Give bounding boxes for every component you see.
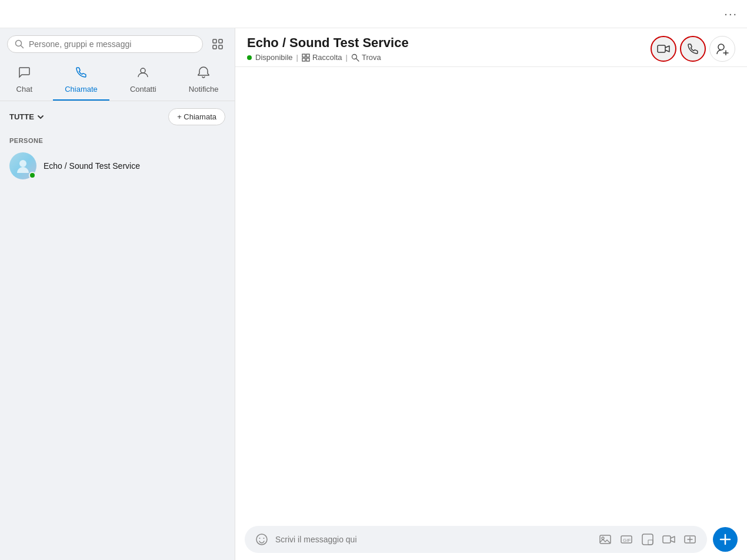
- svg-line-1: [21, 46, 24, 48]
- chevron-down-icon: [36, 113, 45, 121]
- svg-point-19: [259, 538, 261, 539]
- plus-icon: [719, 534, 731, 545]
- emoji-icon: [255, 533, 268, 546]
- image-icon: [599, 533, 612, 546]
- add-person-icon: [716, 42, 729, 55]
- new-call-button[interactable]: + Chiamata: [168, 108, 225, 125]
- sticker-button[interactable]: [640, 532, 655, 547]
- search-bar: [0, 28, 235, 60]
- status-indicator: [29, 172, 36, 179]
- sidebar: Chat Chiamate Contatti: [0, 28, 235, 560]
- svg-rect-9: [306, 54, 309, 57]
- svg-line-13: [356, 59, 359, 61]
- tab-chat-label: Chat: [16, 85, 32, 94]
- svg-rect-4: [213, 45, 216, 49]
- tab-chat[interactable]: Chat: [5, 64, 44, 101]
- svg-text:GIF: GIF: [623, 538, 631, 543]
- contact-name: Echo / Sound Test Service: [44, 161, 140, 171]
- image-attach-button[interactable]: [598, 532, 613, 547]
- header-actions: [651, 36, 735, 62]
- contact-item[interactable]: Echo / Sound Test Service: [0, 146, 235, 185]
- svg-rect-8: [302, 54, 305, 57]
- chiamate-icon: [75, 66, 88, 82]
- search-input[interactable]: [29, 39, 195, 49]
- contatti-icon: [136, 66, 149, 82]
- chat-icon: [18, 66, 31, 82]
- video-call-button[interactable]: [651, 36, 676, 62]
- svg-rect-10: [302, 58, 305, 61]
- contact-title: Echo / Sound Test Service: [247, 35, 409, 51]
- more-options-button[interactable]: ···: [724, 7, 738, 21]
- nav-tabs: Chat Chiamate Contatti: [0, 60, 235, 101]
- tab-notifiche-label: Notifiche: [189, 85, 219, 94]
- svg-rect-26: [663, 536, 671, 543]
- search-input-wrapper[interactable]: [7, 35, 203, 53]
- header-left: Echo / Sound Test Service Disponibile | …: [247, 35, 409, 62]
- tab-chiamate[interactable]: Chiamate: [53, 64, 109, 101]
- raccolta-icon: [302, 54, 310, 62]
- emoji-button[interactable]: [254, 532, 269, 547]
- svg-rect-2: [213, 39, 216, 43]
- content-panel: Echo / Sound Test Service Disponibile | …: [235, 28, 747, 560]
- filter-row: TUTTE + Chiamata: [0, 101, 235, 132]
- svg-rect-14: [658, 45, 665, 52]
- notifiche-icon: [197, 66, 210, 82]
- svg-point-6: [141, 68, 145, 73]
- persone-section-label: PERSONE: [0, 132, 235, 146]
- add-person-button[interactable]: [709, 36, 735, 62]
- svg-point-20: [264, 538, 265, 539]
- svg-point-12: [352, 54, 356, 59]
- svg-rect-3: [219, 39, 222, 43]
- availability-status: Disponibile: [255, 53, 293, 62]
- call-icon: [683, 533, 696, 546]
- avatar-wrapper: [9, 152, 36, 179]
- message-input[interactable]: [275, 535, 592, 544]
- separator-2: |: [346, 53, 348, 62]
- svg-rect-5: [219, 45, 222, 49]
- header-sub: Disponibile | Raccolta |: [247, 53, 409, 62]
- top-bar: ···: [0, 0, 747, 28]
- main-layout: Chat Chiamate Contatti: [0, 28, 747, 560]
- trova-search-icon: [351, 54, 359, 62]
- trova-button[interactable]: Trova: [351, 53, 381, 62]
- tab-contatti-label: Contatti: [130, 85, 156, 94]
- grid-view-button[interactable]: [208, 34, 228, 54]
- message-input-wrapper: GIF: [245, 526, 707, 553]
- call-attach-button[interactable]: [682, 532, 698, 547]
- phone-icon: [686, 42, 699, 55]
- phone-call-button[interactable]: [680, 36, 706, 62]
- svg-rect-25: [642, 534, 653, 545]
- tab-chiamate-label: Chiamate: [65, 85, 98, 94]
- svg-point-15: [718, 44, 724, 50]
- chat-area: [235, 67, 747, 519]
- content-header: Echo / Sound Test Service Disponibile | …: [235, 28, 747, 67]
- separator-1: |: [296, 53, 298, 62]
- gif-icon: GIF: [620, 533, 633, 546]
- svg-rect-11: [306, 58, 309, 61]
- video-camera-icon: [657, 42, 670, 55]
- svg-point-7: [19, 160, 26, 167]
- tab-contatti[interactable]: Contatti: [118, 64, 168, 101]
- message-input-bar: GIF: [235, 519, 747, 560]
- tab-notifiche[interactable]: Notifiche: [177, 64, 231, 101]
- avatar-person-icon: [15, 158, 31, 174]
- status-dot-header: [247, 55, 252, 60]
- raccolta-button[interactable]: Raccolta: [302, 53, 342, 62]
- grid-icon: [212, 39, 223, 49]
- search-icon: [15, 39, 24, 49]
- gif-button[interactable]: GIF: [619, 532, 634, 547]
- add-button[interactable]: [713, 527, 738, 552]
- video-attach-button[interactable]: [661, 532, 676, 547]
- sticker-icon: [641, 533, 654, 546]
- video-attach-icon: [662, 533, 675, 546]
- filter-label[interactable]: TUTTE: [9, 112, 45, 121]
